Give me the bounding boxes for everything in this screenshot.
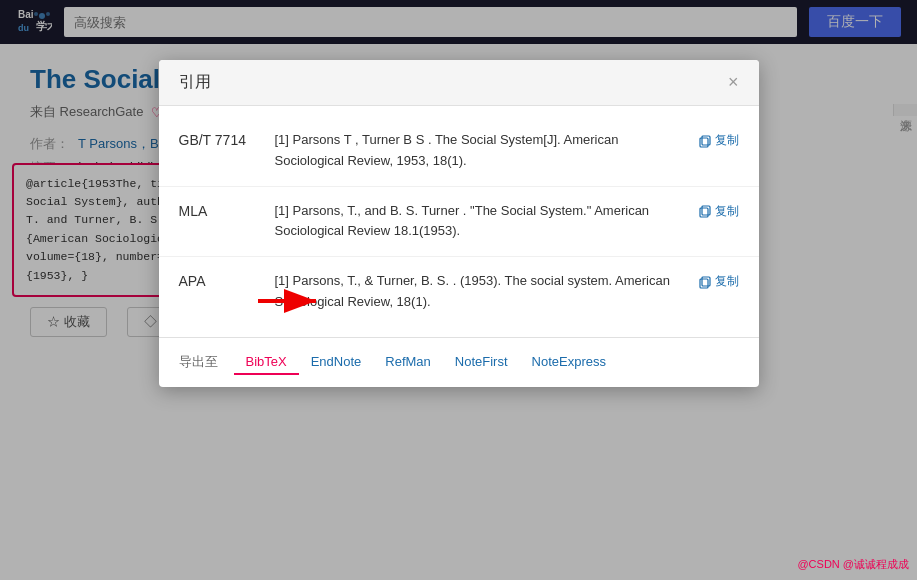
copy-icon bbox=[698, 134, 712, 148]
svg-rect-12 bbox=[702, 206, 710, 215]
citation-format: GB/T 7714 bbox=[179, 130, 259, 148]
citation-text: [1] Parsons, T., & Turner, B. S. . (1953… bbox=[275, 271, 682, 313]
citation-row: MLA[1] Parsons, T., and B. S. Turner . "… bbox=[159, 187, 759, 258]
svg-rect-10 bbox=[702, 136, 710, 145]
watermark: @CSDN @诚诚程成成 bbox=[797, 557, 909, 572]
modal-body: GB/T 7714[1] Parsons T , Turner B S . Th… bbox=[159, 106, 759, 337]
copy-citation-button[interactable]: 复制 bbox=[698, 201, 739, 220]
copy-icon bbox=[698, 275, 712, 289]
export-tab-endnote[interactable]: EndNote bbox=[299, 350, 374, 375]
modal-overlay: 引用 × GB/T 7714[1] Parsons T , Turner B S… bbox=[0, 0, 917, 580]
citation-row: APA[1] Parsons, T., & Turner, B. S. . (1… bbox=[159, 257, 759, 327]
citation-format: MLA bbox=[179, 201, 259, 219]
citation-text: [1] Parsons, T., and B. S. Turner . "The… bbox=[275, 201, 682, 243]
export-tab-notefirst[interactable]: NoteFirst bbox=[443, 350, 520, 375]
modal-title: 引用 bbox=[179, 72, 211, 93]
copy-citation-button[interactable]: 复制 bbox=[698, 130, 739, 149]
copy-citation-button[interactable]: 复制 bbox=[698, 271, 739, 290]
svg-rect-9 bbox=[700, 138, 708, 147]
citation-row: GB/T 7714[1] Parsons T , Turner B S . Th… bbox=[159, 116, 759, 187]
citation-modal: 引用 × GB/T 7714[1] Parsons T , Turner B S… bbox=[159, 60, 759, 387]
citation-text: [1] Parsons T , Turner B S . The Social … bbox=[275, 130, 682, 172]
export-tab-bibtex[interactable]: BibTeX bbox=[234, 350, 299, 375]
modal-close-button[interactable]: × bbox=[728, 72, 739, 93]
svg-rect-14 bbox=[702, 277, 710, 286]
svg-rect-13 bbox=[700, 279, 708, 288]
export-tabs: BibTeXEndNoteRefManNoteFirstNoteExpress bbox=[234, 350, 618, 375]
copy-icon bbox=[698, 204, 712, 218]
export-label: 导出至 bbox=[179, 353, 218, 371]
modal-header: 引用 × bbox=[159, 60, 759, 106]
export-tab-refman[interactable]: RefMan bbox=[373, 350, 443, 375]
citation-format: APA bbox=[179, 271, 259, 289]
modal-footer: 导出至 BibTeXEndNoteRefManNoteFirstNoteExpr… bbox=[159, 337, 759, 387]
red-arrow-icon bbox=[258, 281, 328, 321]
export-tab-noteexpress[interactable]: NoteExpress bbox=[520, 350, 618, 375]
svg-rect-11 bbox=[700, 208, 708, 217]
